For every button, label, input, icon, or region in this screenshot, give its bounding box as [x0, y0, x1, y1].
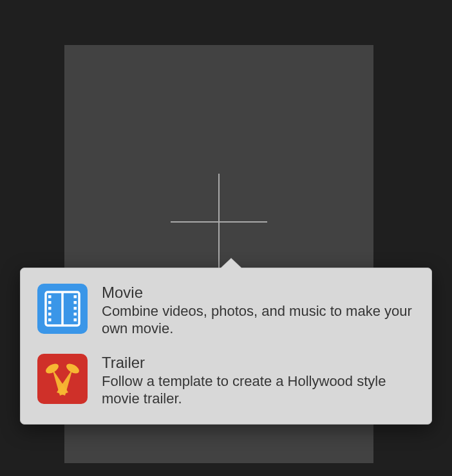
option-trailer-text: Trailer Follow a template to create a Ho… — [102, 354, 415, 407]
svg-rect-9 — [74, 301, 77, 304]
option-movie-text: Movie Combine videos, photos, and music … — [102, 284, 415, 337]
svg-rect-3 — [48, 295, 52, 298]
plus-icon — [171, 174, 267, 270]
app-background: Movie Combine videos, photos, and music … — [0, 0, 452, 476]
option-movie-description: Combine videos, photos, and music to mak… — [102, 302, 415, 337]
film-icon — [37, 284, 88, 334]
create-popover: Movie Combine videos, photos, and music … — [20, 268, 432, 425]
popover-arrow — [220, 259, 242, 269]
svg-rect-7 — [48, 318, 52, 322]
svg-rect-8 — [74, 295, 77, 298]
option-trailer-title: Trailer — [102, 354, 415, 372]
option-movie-title: Movie — [102, 284, 415, 302]
option-movie[interactable]: Movie Combine videos, photos, and music … — [36, 282, 416, 338]
spotlight-icon — [37, 354, 88, 404]
option-trailer-description: Follow a template to create a Hollywood … — [102, 372, 415, 407]
svg-rect-13 — [37, 354, 88, 404]
svg-rect-6 — [48, 313, 52, 316]
svg-rect-10 — [74, 307, 77, 310]
svg-rect-4 — [48, 301, 52, 304]
svg-rect-11 — [74, 313, 77, 316]
option-trailer[interactable]: Trailer Follow a template to create a Ho… — [36, 352, 416, 408]
svg-rect-12 — [74, 318, 77, 322]
svg-rect-5 — [48, 307, 52, 310]
